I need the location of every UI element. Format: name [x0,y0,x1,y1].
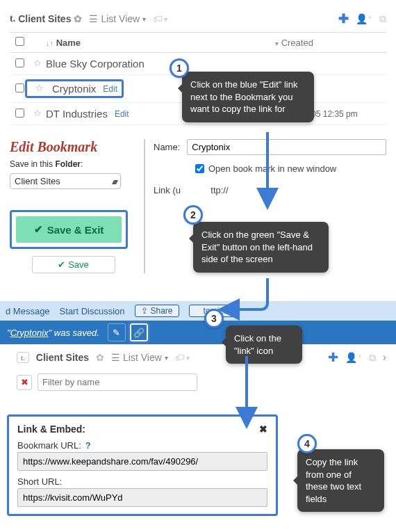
link-label-part1: Link (u [154,185,181,195]
edit-link[interactable]: Edit [115,109,129,119]
folder-select-value: Client Sites [15,176,60,186]
link-label-part2: ttp:// [211,185,228,195]
col-name[interactable]: ↓↑ Name [46,38,275,48]
select-caret-icon: ▴▾ [112,177,116,186]
tooltip-4: Copy the link from one of these two text… [297,449,384,512]
open-new-window-label: Open book mark in new window [208,163,336,174]
copy-icon[interactable]: ⧉ [369,352,376,364]
action-bar: d Message Start Discussion ⇪ Share tomiz… [0,301,396,321]
name-header-text: Name [56,38,81,48]
created-header-text: Created [281,38,313,48]
star-icon[interactable]: ☆ [29,58,46,68]
bookmark-name[interactable]: DT Industries [46,108,108,120]
save-button[interactable]: ✔ Save [32,256,115,273]
view-label: List View [123,352,162,363]
help-icon[interactable]: ? [85,440,91,451]
saved-name[interactable]: Cryptonix [10,328,49,338]
tag-icon: 🏷 [153,13,163,24]
link-icon: 🔗 [133,328,145,338]
list-toolbar: t. Client Sites ✿ ☰ List View ▾ 🏷▾ ✚ 👤⁺ … [10,344,386,371]
save-exit-label: Save & Exit [47,224,104,236]
folder-prefix-icon: t. [17,352,29,363]
bookmark-url-label: Bookmark URL: [17,440,81,451]
message-link[interactable]: d Message [6,306,50,316]
edit-icon-button[interactable]: ✎ [108,323,126,341]
sort-icon: ↓↑ [46,39,53,47]
star-icon[interactable]: ☆ [29,108,46,118]
check-icon: ✔ [58,259,65,270]
saved-message: "Cryptonix" was saved. [7,328,99,338]
caret-down-icon: ▾ [164,15,167,23]
list-icon: ☰ [89,13,98,24]
tag-icon: 🏷 [175,352,185,363]
panel-title: Edit Bookmark [10,139,137,155]
view-switcher[interactable]: ☰ List View ▾ [89,13,146,24]
save-exit-button[interactable]: ✔ Save & Exit [16,216,122,243]
close-button[interactable]: ✖ [259,424,267,435]
col-created[interactable]: ▾ Created [275,38,386,48]
save-confirm-bar: "Cryptonix" was saved. ✎ 🔗 [0,321,396,344]
step-2-badge: 2 [183,205,203,225]
link-icon-button[interactable]: 🔗 [130,323,148,341]
short-url-label: Short URL: [17,476,62,487]
gear-icon[interactable]: ✿ [96,352,104,363]
arrow-right-icon[interactable]: › [383,351,386,364]
save-label: Save [68,259,89,270]
row-checkbox[interactable] [15,83,24,92]
folder-name: Client Sites [18,13,71,24]
row-checkbox[interactable] [15,108,24,118]
row-checkbox[interactable] [15,58,24,67]
open-new-window-checkbox[interactable] [195,164,204,173]
folder-prefix-icon: t. [10,13,15,24]
save-exit-highlight: ✔ Save & Exit [10,210,128,249]
tag-dropdown[interactable]: 🏷▾ [175,352,190,363]
breadcrumb[interactable]: t. Client Sites ✿ [10,13,82,24]
panel-title: Link & Embed: [17,424,85,435]
saved-confirmation-panel: d Message Start Discussion ⇪ Share tomiz… [10,301,386,394]
clear-filter-button[interactable]: ✖ [17,375,32,390]
short-url-input[interactable] [17,488,267,507]
select-all-checkbox[interactable] [15,37,24,46]
add-button[interactable]: ✚ [328,350,338,365]
filter-row: ✖ [10,371,386,394]
add-button[interactable]: ✚ [338,11,349,26]
highlighted-row: ☆ Cryptonix Edit [25,79,124,98]
edit-link[interactable]: Edit [103,84,117,94]
step-1-badge: 1 [170,58,189,78]
table-header: ↓↑ Name ▾ Created [10,32,386,53]
check-icon: ✔ [34,223,43,236]
save-in-label: Save in this Folder: [10,159,137,169]
folder-select[interactable]: Client Sites ▴▾ [10,173,121,189]
view-switcher[interactable]: ☰ List View ▾ [111,352,168,363]
tooltip-3: Click on the "link" icon [226,325,302,364]
gear-icon[interactable]: ✿ [74,13,82,24]
share-label: Share [151,306,173,316]
tooltip-2: Click on the green "Save & Exit" button … [193,222,329,273]
discussion-link[interactable]: Start Discussion [60,306,125,316]
q2: " was saved. [49,328,99,338]
add-user-icon[interactable]: 👤⁺ [345,352,362,363]
view-label: List View [101,13,140,24]
name-input[interactable] [187,139,386,155]
bookmark-url-input[interactable] [17,452,267,471]
step-3-badge: 3 [204,309,224,328]
list-icon: ☰ [111,352,120,363]
caret-down-icon: ▾ [275,40,279,47]
name-label: Name: [154,142,180,152]
add-user-icon[interactable]: 👤⁺ [356,13,372,24]
link-label: Link (u ttp:// [154,185,386,195]
copy-icon[interactable]: ⧉ [379,13,386,25]
bookmark-name[interactable]: Cryptonix [52,83,96,95]
list-toolbar: t. Client Sites ✿ ☰ List View ▾ 🏷 ▾ ✚ 👤⁺… [10,10,386,32]
link-embed-panel: Link & Embed: ✖ Bookmark URL: ? Short UR… [7,414,278,516]
step-4-badge: 4 [297,434,317,453]
star-icon[interactable]: ☆ [31,83,48,93]
folder-name[interactable]: Client Sites [36,352,89,363]
caret-down-icon: ▾ [165,354,168,362]
filter-input[interactable] [38,373,197,391]
tag-dropdown[interactable]: 🏷 ▾ [153,13,167,24]
bookmark-name[interactable]: Blue Sky Corporation [46,58,275,70]
share-button[interactable]: ⇪ Share [135,305,179,317]
share-icon: ⇪ [141,306,148,316]
tooltip-1: Click on the blue "Edit" link next to th… [182,72,314,122]
